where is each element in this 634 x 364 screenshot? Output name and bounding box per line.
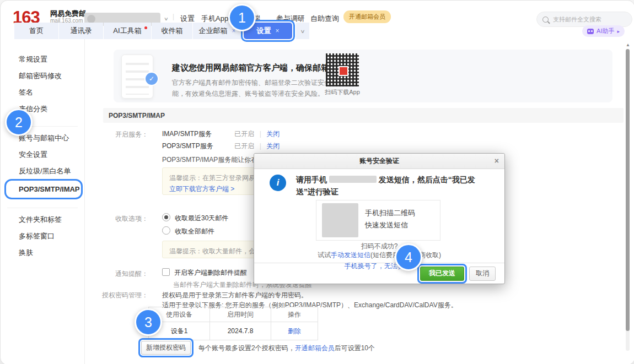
arrow-right-icon: ▸	[617, 29, 620, 34]
settings-sidebar: 常规设置 邮箱密码修改 签名 来信分类 账号与邮箱中心 安全设置 反垃圾/黑白名…	[1, 39, 85, 364]
sidebar-item-security[interactable]: 安全设置	[1, 146, 84, 163]
ai-assistant-button[interactable]: AI助手 ▸	[582, 25, 625, 37]
manual-prefix: 试试	[318, 251, 331, 259]
section-title-bar: POP3/SMTP/IMAP	[103, 108, 624, 123]
sidebar-item-blacklist[interactable]: 反垃圾/黑白名单	[1, 163, 84, 180]
tab-home[interactable]: 首页	[14, 23, 58, 39]
radio-selected-icon[interactable]	[162, 213, 170, 221]
note-prefix: 每个账号最多设置2个授权密码，	[198, 344, 295, 352]
service-row-imap: IMAP/SMTP服务 已开启 | 关闭	[162, 129, 280, 139]
logo-text: 网易免费邮 mail.163.com	[50, 10, 86, 24]
dialog-message: 请用手机 发送短信，然后点击“我已发送”进行验证	[296, 173, 481, 198]
dialog-title-bar: 账号安全验证 ×	[254, 154, 504, 169]
security-verification-dialog: 账号安全验证 × i 请用手机 发送短信，然后点击“我已发送”进行验证 手机扫描…	[254, 153, 505, 284]
change-number-line: 手机换号了，无法验证?	[254, 262, 504, 271]
account-chevron-down-icon[interactable]: ∨	[164, 16, 169, 21]
tab-label: 企业邮箱	[198, 26, 227, 36]
option-label: 收取最近30天邮件	[175, 214, 228, 222]
info-icon: i	[270, 175, 286, 191]
account-icon	[87, 15, 95, 23]
radio-icon[interactable]	[162, 226, 170, 235]
notify-checkbox-row[interactable]: 开启客户端删除邮件提醒	[162, 268, 247, 278]
chevron-down-icon: ∨	[300, 28, 305, 34]
callout-step-3: 3	[135, 308, 162, 336]
shield-check-icon: ✓	[144, 72, 159, 86]
message-prefix: 请用手机	[296, 175, 329, 184]
service-label: 开启服务：	[93, 130, 148, 139]
sidebar-item-signature[interactable]: 签名	[1, 84, 84, 101]
banner-title: 建议您使用网易邮箱官方客户端，确保邮箱安全	[172, 63, 346, 73]
table-header-row: 使用设备 启用时间 操作	[149, 307, 318, 322]
add-authcode-button[interactable]: 新增授权密码	[141, 341, 191, 355]
header-divider: |	[173, 13, 174, 20]
authcode-label: 授权密码管理：	[93, 291, 148, 300]
authcode-note: 每个账号最多设置2个授权密码，开通邮箱会员后可设置10个	[198, 344, 375, 353]
divider: |	[260, 142, 261, 150]
tab-bar: 首页 通讯录 AI工具箱 收件箱 企业邮箱 × 设置 × ∨ AI助手 ▸	[1, 23, 634, 39]
tab-label: 收件箱	[162, 26, 183, 36]
section-title: POP3/SMTP/IMAP	[109, 112, 165, 119]
tab-label: 通讯录	[71, 26, 92, 36]
download-app-qr-code	[326, 53, 359, 86]
service-status: 已开启	[234, 142, 254, 150]
tab-label: AI工具箱	[113, 26, 141, 36]
search-input[interactable]	[552, 15, 615, 23]
mail-163-settings-page: 163 网易免费邮 mail.163.com ∨ | 设置 手机App 桌面端 …	[0, 0, 634, 364]
sidebar-item-skin[interactable]: 换肤	[1, 245, 84, 261]
option-label: 收取全部邮件	[175, 227, 214, 235]
tabs-more-chevron[interactable]: ∨	[296, 23, 309, 39]
qr-caption: 扫码下载App	[309, 88, 375, 96]
tab-label: 设置	[256, 26, 271, 36]
callout-step-4: 4	[395, 243, 422, 271]
ai-robot-icon	[587, 29, 594, 34]
scan-fail-question: 扫码不成功?	[254, 242, 504, 251]
col-actions: 操作	[271, 307, 318, 322]
logo-title: 网易免费邮	[50, 10, 86, 18]
fetch-option-30days[interactable]: 收取最近30天邮件	[162, 213, 228, 223]
qr-hint-line1: 手机扫描二维码	[365, 208, 415, 218]
new-badge-dot	[144, 26, 147, 29]
authcode-table: 使用设备 启用时间 操作 设备1 2024.7.8 删除	[148, 307, 318, 340]
sidebar-item-password[interactable]: 邮箱密码修改	[1, 68, 84, 84]
download-client-link[interactable]: 立即下载官方客户端 >	[169, 185, 234, 193]
scrollbar-up-icon[interactable]: ▲	[626, 42, 630, 47]
service-row-pop3: POP3/SMTP服务 已开启 | 关闭	[162, 142, 280, 151]
callout-step-1: 1	[228, 4, 256, 31]
tab-ai-toolbox[interactable]: AI工具箱	[104, 23, 151, 39]
authcode-desc1: 授权码是用于登录第三方邮件客户端的专用密码。	[162, 291, 308, 300]
scrollbar-thumb[interactable]	[626, 49, 630, 331]
table-row: 设备1 2024.7.8 删除	[149, 322, 318, 340]
manual-send-link[interactable]: 手动发送短信	[331, 251, 370, 259]
tab-label: 首页	[29, 26, 44, 36]
note-suffix: 后可设置10个	[335, 344, 375, 352]
col-enabled-date: 启用时间	[210, 307, 271, 322]
sidebar-item-general[interactable]: 常规设置	[1, 51, 84, 68]
callout-step-2: 2	[5, 108, 33, 136]
checkbox-icon[interactable]	[162, 268, 170, 276]
delete-link[interactable]: 删除	[288, 327, 301, 335]
ai-assistant-label: AI助手	[597, 27, 614, 35]
service-name: POP3/SMTP服务	[162, 142, 233, 151]
manual-send-line: 试试手动发送短信(短信费用由运营商收取)	[254, 251, 504, 260]
phone-number-redacted	[329, 176, 377, 183]
fetch-label: 收取选项：	[93, 214, 148, 224]
tab-contacts[interactable]: 通讯录	[59, 23, 103, 39]
member-upgrade-link[interactable]: 开通邮箱会员	[295, 344, 335, 352]
dialog-close-icon[interactable]: ×	[495, 156, 499, 165]
fetch-option-all[interactable]: 收取全部邮件	[162, 226, 214, 236]
tab-inbox[interactable]: 收件箱	[152, 23, 192, 39]
search-icon	[542, 17, 549, 23]
close-service-link[interactable]: 关闭	[266, 142, 280, 150]
divider: |	[260, 130, 261, 138]
official-client-banner: ✓ 建议您使用网易邮箱官方客户端，确保邮箱安全 官方客户端具有邮件加密传输、邮箱…	[114, 50, 612, 102]
sidebar-item-multitab[interactable]: 多标签窗口	[1, 228, 84, 245]
checkbox-label: 开启客户端删除邮件提醒	[174, 269, 247, 276]
sidebar-item-pop3-smtp-imap[interactable]: POP3/SMTP/IMAP	[7, 182, 80, 197]
qr-hint-line2: 快速发送短信	[365, 220, 408, 230]
cell-date: 2024.7.8	[210, 322, 271, 340]
member-badge[interactable]: 开通邮箱会员	[343, 10, 391, 23]
sidebar-item-folders-tags[interactable]: 文件夹和标签	[1, 211, 84, 228]
close-icon[interactable]: ×	[275, 27, 279, 35]
sidebar-divider	[7, 208, 78, 208]
close-service-link[interactable]: 关闭	[266, 130, 280, 138]
